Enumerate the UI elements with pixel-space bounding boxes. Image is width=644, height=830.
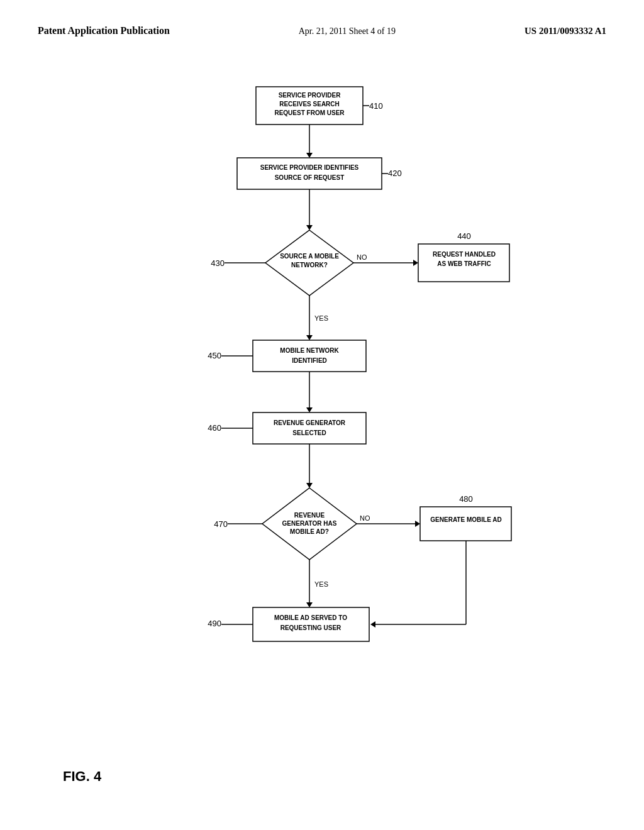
svg-marker-21 <box>413 260 418 266</box>
flowchart-svg: SERVICE PROVIDER RECEIVES SEARCH REQUEST… <box>102 74 542 766</box>
svg-marker-57 <box>306 602 313 607</box>
svg-text:SERVICE PROVIDER IDENTIFIES: SERVICE PROVIDER IDENTIFIES <box>260 164 359 171</box>
svg-text:NETWORK?: NETWORK? <box>291 262 328 268</box>
svg-text:YES: YES <box>314 580 328 588</box>
svg-text:GENERATOR HAS: GENERATOR HAS <box>282 520 337 527</box>
svg-text:RECEIVES SEARCH: RECEIVES SEARCH <box>279 101 340 108</box>
page-header: Patent Application Publication Apr. 21, … <box>0 0 644 49</box>
svg-text:SELECTED: SELECTED <box>292 429 326 436</box>
svg-text:SOURCE A MOBILE: SOURCE A MOBILE <box>280 253 339 260</box>
svg-marker-43 <box>306 483 313 488</box>
svg-text:MOBILE AD SERVED TO: MOBILE AD SERVED TO <box>274 614 347 621</box>
svg-text:REQUESTING USER: REQUESTING USER <box>280 624 341 631</box>
svg-text:490: 490 <box>208 619 221 628</box>
svg-text:480: 480 <box>459 494 473 504</box>
svg-marker-61 <box>370 621 375 628</box>
svg-rect-53 <box>420 507 511 541</box>
svg-text:REVENUE: REVENUE <box>294 512 325 519</box>
publication-label: Patent Application Publication <box>38 25 170 36</box>
svg-text:420: 420 <box>388 169 402 178</box>
svg-text:460: 460 <box>208 423 221 433</box>
svg-text:GENERATE MOBILE AD: GENERATE MOBILE AD <box>430 516 501 523</box>
svg-text:REVENUE GENERATOR: REVENUE GENERATOR <box>274 419 346 426</box>
svg-text:MOBILE AD?: MOBILE AD? <box>290 528 329 535</box>
svg-text:REQUEST FROM USER: REQUEST FROM USER <box>274 109 345 116</box>
svg-text:REQUEST HANDLED: REQUEST HANDLED <box>433 251 496 258</box>
sheet-info: Apr. 21, 2011 Sheet 4 of 19 <box>299 26 396 36</box>
svg-marker-14 <box>306 225 313 230</box>
svg-marker-36 <box>306 407 313 412</box>
svg-text:SERVICE PROVIDER: SERVICE PROVIDER <box>279 92 341 99</box>
svg-text:IDENTIFIED: IDENTIFIED <box>292 357 327 364</box>
svg-marker-51 <box>415 521 420 527</box>
fig-label: FIG. 4 <box>63 768 101 785</box>
svg-text:470: 470 <box>214 519 228 529</box>
svg-rect-30 <box>253 340 366 372</box>
patent-number: US 2011/0093332 A1 <box>525 26 606 36</box>
svg-marker-7 <box>306 153 313 158</box>
svg-text:MOBILE NETWORK: MOBILE NETWORK <box>280 347 339 354</box>
svg-text:YES: YES <box>314 314 328 322</box>
svg-rect-37 <box>253 412 366 444</box>
diagram-area: SERVICE PROVIDER RECEIVES SEARCH REQUEST… <box>0 49 644 804</box>
svg-text:NO: NO <box>357 253 367 261</box>
svg-rect-8 <box>237 158 382 189</box>
svg-text:AS WEB TRAFFIC: AS WEB TRAFFIC <box>437 260 491 267</box>
svg-text:SOURCE OF REQUEST: SOURCE OF REQUEST <box>275 174 345 181</box>
svg-marker-28 <box>306 335 313 340</box>
svg-text:430: 430 <box>211 258 225 268</box>
svg-text:410: 410 <box>369 101 383 111</box>
svg-text:440: 440 <box>457 231 471 241</box>
svg-text:NO: NO <box>360 514 370 522</box>
svg-text:450: 450 <box>208 351 221 360</box>
